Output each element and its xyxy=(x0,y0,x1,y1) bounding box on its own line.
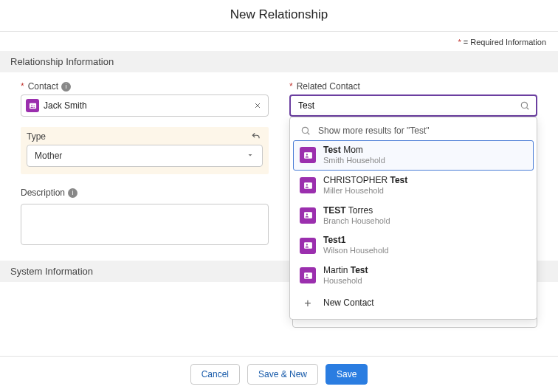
description-label: Description i xyxy=(21,188,269,198)
required-mark: * xyxy=(289,81,293,92)
type-group: Type Mother xyxy=(21,127,269,174)
chevron-down-icon xyxy=(246,151,255,162)
dialog-title: New Relationship xyxy=(0,0,558,32)
section-relationship-info: Relationship Information xyxy=(0,51,558,72)
required-mark: * xyxy=(21,81,24,92)
lookup-result[interactable]: CHRISTOPHER Test Miller Household xyxy=(293,171,534,201)
svg-point-0 xyxy=(521,102,527,108)
type-value: Mother xyxy=(35,151,62,161)
help-icon[interactable]: i xyxy=(61,82,71,92)
lookup-result[interactable]: Martin Test Household xyxy=(293,261,534,291)
contact-icon xyxy=(300,177,316,193)
related-contact-dropdown: Show more results for "Test" Test Mom Sm… xyxy=(289,117,537,320)
related-contact-search[interactable] xyxy=(289,94,537,117)
contact-label-text: Contact xyxy=(28,81,58,92)
relationship-info-body: * Contact i Jack Smith Type Mothe xyxy=(0,72,558,261)
contact-icon xyxy=(300,207,316,224)
lookup-result[interactable]: Test Mom Smith Household xyxy=(293,140,534,171)
related-contact-input[interactable] xyxy=(297,100,520,111)
type-select[interactable]: Mother xyxy=(27,145,263,167)
contact-icon xyxy=(300,147,316,163)
contact-icon xyxy=(300,238,316,254)
undo-icon[interactable] xyxy=(251,131,263,143)
contact-label: * Contact i xyxy=(21,81,269,92)
show-more-text: Show more results for "Test" xyxy=(318,125,430,136)
lookup-result[interactable]: Test1 Wilson Household xyxy=(293,230,534,261)
plus-icon: + xyxy=(300,295,316,312)
search-icon xyxy=(520,100,530,111)
new-contact-option[interactable]: + New Contact xyxy=(293,291,534,316)
dialog-footer: Cancel Save & New Save xyxy=(0,356,558,392)
related-contact-label: * Related Contact xyxy=(289,81,537,92)
description-label-text: Description xyxy=(21,188,65,198)
contact-value: Jack Smith xyxy=(44,100,252,111)
save-button[interactable]: Save xyxy=(326,364,368,385)
required-info-note: * = Required Information xyxy=(0,32,558,51)
type-label: Type xyxy=(27,131,263,142)
contact-lookup[interactable]: Jack Smith xyxy=(21,94,269,117)
clear-icon[interactable] xyxy=(252,100,264,111)
help-icon[interactable]: i xyxy=(68,188,78,198)
contact-icon xyxy=(300,267,316,283)
required-text: = Required Information xyxy=(461,38,546,47)
show-more-results[interactable]: Show more results for "Test" xyxy=(293,120,534,140)
related-contact-label-text: Related Contact xyxy=(297,81,360,92)
search-icon xyxy=(300,125,311,136)
lookup-result[interactable]: TEST Torres Branch Household xyxy=(293,201,534,231)
cancel-button[interactable]: Cancel xyxy=(190,364,240,385)
save-and-new-button[interactable]: Save & New xyxy=(247,364,318,385)
description-textarea[interactable] xyxy=(21,204,269,245)
svg-point-1 xyxy=(302,127,308,133)
contact-icon xyxy=(26,99,39,112)
